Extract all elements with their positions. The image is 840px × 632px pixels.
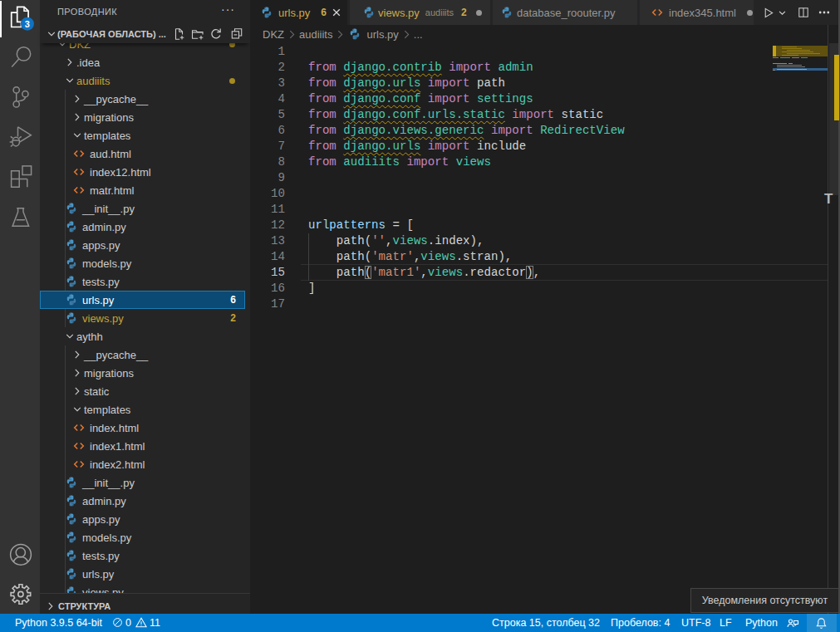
svg-text:3: 3: [25, 19, 30, 29]
